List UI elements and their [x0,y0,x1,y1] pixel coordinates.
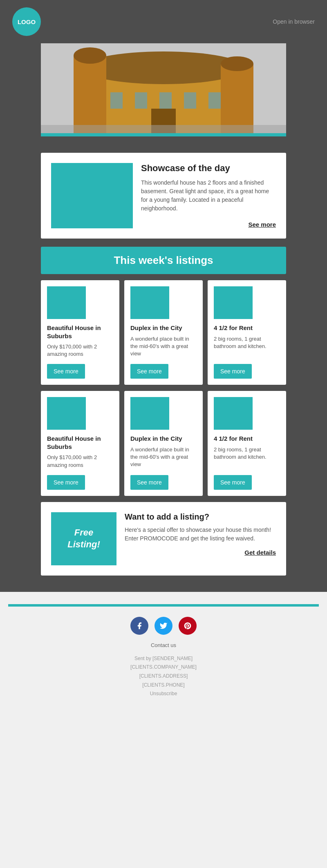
listing-see-more-btn-2[interactable]: See more [130,364,168,379]
teal-divider [41,133,286,136]
listing-see-more-btn-6[interactable]: See more [214,475,252,490]
contact-us-link[interactable]: Contact us [8,642,319,648]
svg-rect-11 [208,92,221,109]
footer-address: [CLIENTS.ADDRESS] [8,672,319,681]
listing-desc-6: 2 big rooms, 1 great bathroom and kitche… [214,446,280,469]
svg-rect-10 [184,92,196,109]
twitter-icon[interactable] [155,617,172,635]
svg-rect-9 [159,92,172,109]
svg-rect-13 [41,125,286,133]
listing-card-1: Beautiful House in Suburbs Only $170,000… [41,280,119,385]
promo-description: Here's a special offer to showcase your … [125,526,276,543]
showcase-title: Showcase of the day [141,163,276,174]
footer-sent-by: Sent by [SENDER_NAME] [8,654,319,663]
listing-desc-4: Only $170,000 with 2 amazing rooms [47,454,113,469]
main-content: Showcase of the day This wonderful house… [0,136,327,592]
promo-text: Want to add a listing? Here's a special … [125,512,276,565]
listing-title-4: Beautiful House in Suburbs [47,435,113,451]
email-header: LOGO Open in browser [0,0,327,43]
listing-see-more-btn-3[interactable]: See more [214,364,252,379]
listings-header: This week's listings [41,247,286,274]
promo-image-text: FreeListing! [67,527,100,550]
listing-see-more-btn-5[interactable]: See more [130,475,168,490]
social-icons [8,617,319,635]
listing-card-6: 4 1/2 for Rent 2 big rooms, 1 great bath… [208,391,286,495]
showcase-see-more[interactable]: See more [141,221,276,228]
open-in-browser-link[interactable]: Open in browser [273,18,315,25]
teal-footer-bar [8,604,319,607]
footer-meta: Sent by [SENDER_NAME] [CLIENTS.COMPANY_N… [8,654,319,698]
listing-image-2 [130,286,169,319]
hero-building-svg [41,43,286,133]
showcase-card: Showcase of the day This wonderful house… [41,153,286,239]
promo-image: FreeListing! [51,512,116,565]
listing-see-more-btn-1[interactable]: See more [47,364,85,379]
promo-card: FreeListing! Want to add a listing? Here… [41,502,286,576]
listing-see-more-btn-4[interactable]: See more [47,475,85,490]
listing-title-6: 4 1/2 for Rent [214,435,280,443]
get-details-link[interactable]: Get details [125,549,276,556]
showcase-text: Showcase of the day This wonderful house… [141,163,276,228]
footer-unsubscribe[interactable]: Unsubscribe [8,689,319,698]
showcase-image [51,163,133,228]
svg-rect-8 [135,92,147,109]
listing-desc-1: Only $170,000 with 2 amazing rooms [47,343,113,358]
svg-point-4 [74,47,106,64]
hero-image [41,43,286,133]
listing-title-3: 4 1/2 for Rent [214,324,280,332]
listing-image-3 [214,286,253,319]
logo: LOGO [12,7,41,36]
listing-desc-3: 2 big rooms, 1 great bathroom and kitche… [214,335,280,358]
listing-image-6 [214,397,253,430]
email-footer: Contact us Sent by [SENDER_NAME] [CLIENT… [0,592,327,711]
svg-rect-5 [221,64,253,133]
listing-desc-2: A wonderful place built in the mid-60's … [130,335,197,358]
footer-phone: [CLIENTS.PHONE] [8,681,319,690]
listing-desc-5: A wonderful place built in the mid-60's … [130,446,197,469]
listing-card-3: 4 1/2 for Rent 2 big rooms, 1 great bath… [208,280,286,385]
footer-company: [CLIENTS.COMPANY_NAME] [8,663,319,672]
listing-title-2: Duplex in the City [130,324,197,332]
promo-title: Want to add a listing? [125,512,276,522]
listing-image-5 [130,397,169,430]
svg-rect-3 [74,56,106,133]
listing-card-4: Beautiful House in Suburbs Only $170,000… [41,391,119,495]
svg-rect-7 [110,92,123,109]
listings-row-1: Beautiful House in Suburbs Only $170,000… [41,280,286,385]
pinterest-icon[interactable] [179,617,197,635]
listing-image-4 [47,397,86,430]
svg-point-6 [221,56,253,71]
listings-row-2: Beautiful House in Suburbs Only $170,000… [41,391,286,495]
listing-card-5: Duplex in the City A wonderful place bui… [124,391,203,495]
listing-title-5: Duplex in the City [130,435,197,443]
listing-card-2: Duplex in the City A wonderful place bui… [124,280,203,385]
listing-title-1: Beautiful House in Suburbs [47,324,113,340]
listing-image-1 [47,286,86,319]
showcase-description: This wonderful house has 2 floors and a … [141,179,276,213]
facebook-icon[interactable] [130,617,148,635]
